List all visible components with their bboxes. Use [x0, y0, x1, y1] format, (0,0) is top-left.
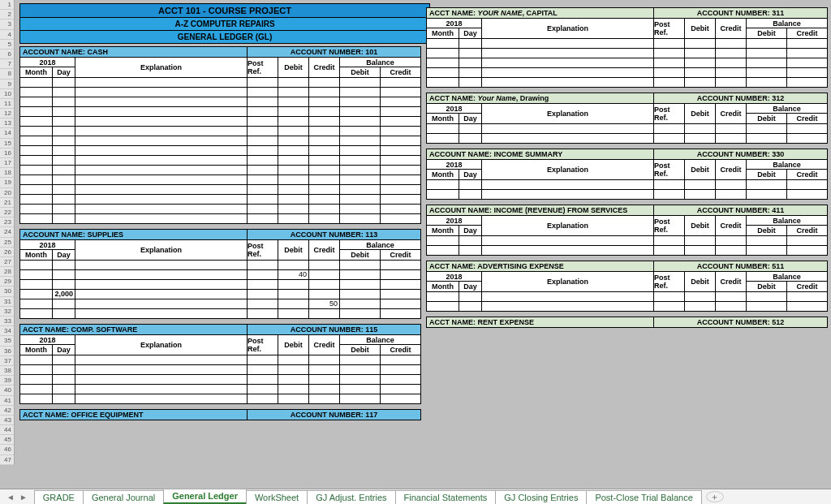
- row-number[interactable]: 30: [0, 286, 14, 296]
- ledger-row[interactable]: [427, 189, 827, 199]
- row-number[interactable]: 8: [0, 69, 14, 79]
- row-number[interactable]: 36: [0, 347, 14, 356]
- row-number[interactable]: 20: [0, 188, 14, 198]
- row-number[interactable]: 19: [0, 178, 14, 187]
- ledger-row[interactable]: [20, 204, 420, 213]
- row-number[interactable]: 16: [0, 149, 14, 158]
- row-number[interactable]: 42: [0, 406, 14, 416]
- sheet-tabs: GRADEGeneral JournalGeneral LedgerWorkSh…: [34, 489, 701, 504]
- ledger-row[interactable]: [20, 374, 420, 384]
- row-number[interactable]: 23: [0, 218, 14, 227]
- row-number[interactable]: 43: [0, 416, 14, 425]
- ledger-row[interactable]: 40: [20, 269, 420, 279]
- tab-nav-next-icon[interactable]: ►: [19, 493, 28, 502]
- row-number[interactable]: 41: [0, 396, 14, 406]
- row-number[interactable]: 21: [0, 198, 14, 208]
- ledger-row[interactable]: [20, 77, 420, 87]
- sheet-tab[interactable]: General Ledger: [163, 489, 247, 504]
- tab-nav-prev-icon[interactable]: ◄: [6, 493, 15, 502]
- row-number[interactable]: 5: [0, 40, 14, 50]
- row-number[interactable]: 28: [0, 267, 14, 277]
- ledger-row[interactable]: [20, 87, 420, 97]
- row-number[interactable]: 33: [0, 317, 14, 326]
- row-number[interactable]: 31: [0, 297, 14, 307]
- ledger-row[interactable]: [20, 260, 420, 269]
- row-number[interactable]: 3: [0, 19, 14, 29]
- row-number[interactable]: 11: [0, 99, 14, 109]
- ledger-row[interactable]: [20, 279, 420, 289]
- ledger-row[interactable]: [427, 301, 827, 311]
- row-number[interactable]: 47: [0, 455, 14, 465]
- add-sheet-button[interactable]: ＋: [706, 491, 724, 502]
- row-number[interactable]: 25: [0, 238, 14, 248]
- ledger-row[interactable]: [20, 394, 420, 403]
- sheet-tab[interactable]: GJ Adjust. Entries: [307, 490, 395, 504]
- ledger-row[interactable]: [427, 38, 827, 48]
- ledger-row[interactable]: [20, 145, 420, 155]
- row-number[interactable]: 46: [0, 445, 14, 454]
- row-number[interactable]: 29: [0, 277, 14, 286]
- ledger-row[interactable]: [427, 48, 827, 58]
- ledger-row[interactable]: [20, 155, 420, 165]
- sheet-tab[interactable]: GJ Closing Entries: [495, 490, 587, 504]
- ledger-row[interactable]: 50: [20, 299, 420, 308]
- row-number[interactable]: 1: [0, 0, 14, 10]
- sheet-tab[interactable]: Financial Statements: [395, 490, 497, 504]
- ledger-row[interactable]: [20, 136, 420, 145]
- row-number[interactable]: 13: [0, 118, 14, 128]
- row-number[interactable]: 32: [0, 307, 14, 317]
- ledger-row[interactable]: [427, 123, 827, 133]
- ledger-row[interactable]: [427, 291, 827, 301]
- ledger-row[interactable]: [427, 235, 827, 245]
- row-number[interactable]: 6: [0, 50, 14, 59]
- row-number[interactable]: 14: [0, 128, 14, 138]
- ledger-row[interactable]: [20, 194, 420, 204]
- row-number[interactable]: 22: [0, 208, 14, 218]
- ledger-row[interactable]: [20, 97, 420, 106]
- sheet-tab[interactable]: WorkSheet: [246, 490, 308, 504]
- row-number[interactable]: 37: [0, 356, 14, 366]
- ledger-row[interactable]: [427, 179, 827, 189]
- ledger-account: ACCT NAME: Your Name, DrawingACCOUNT NUM…: [426, 93, 828, 144]
- ledger-row[interactable]: [20, 184, 420, 194]
- row-number[interactable]: 45: [0, 435, 14, 445]
- row-number[interactable]: 38: [0, 366, 14, 376]
- row-number[interactable]: 44: [0, 425, 14, 435]
- row-number[interactable]: 7: [0, 59, 14, 69]
- ledger-row[interactable]: [427, 77, 827, 87]
- ledger-row[interactable]: [20, 308, 420, 318]
- row-number[interactable]: 27: [0, 257, 14, 267]
- ledger-row[interactable]: [20, 355, 420, 364]
- ledger-row[interactable]: [427, 133, 827, 143]
- row-number[interactable]: 12: [0, 109, 14, 118]
- ledger-row[interactable]: [20, 213, 420, 223]
- ledger-row[interactable]: [427, 245, 827, 255]
- ledger-row[interactable]: [20, 106, 420, 116]
- row-number[interactable]: 24: [0, 227, 14, 237]
- row-number[interactable]: 40: [0, 386, 14, 395]
- row-number[interactable]: 9: [0, 80, 14, 89]
- ledger-row[interactable]: [427, 58, 827, 67]
- row-number[interactable]: 34: [0, 326, 14, 336]
- ledger-row[interactable]: [20, 126, 420, 136]
- ledger-row[interactable]: [20, 364, 420, 374]
- row-number[interactable]: 39: [0, 376, 14, 386]
- row-number[interactable]: 26: [0, 248, 14, 257]
- sheet-tab[interactable]: GRADE: [34, 490, 84, 504]
- sheet-tab[interactable]: General Journal: [83, 490, 164, 504]
- ledger-row[interactable]: [20, 384, 420, 394]
- ledger-row[interactable]: [427, 67, 827, 77]
- row-number[interactable]: 35: [0, 336, 14, 346]
- row-number[interactable]: 2: [0, 10, 14, 19]
- row-number[interactable]: 4: [0, 30, 14, 40]
- ledger-row[interactable]: [20, 116, 420, 126]
- row-number[interactable]: 17: [0, 158, 14, 168]
- ledger-row[interactable]: [20, 174, 420, 184]
- ledger-row[interactable]: [20, 165, 420, 174]
- row-number[interactable]: 10: [0, 89, 14, 99]
- ledger-row[interactable]: 2,000: [20, 289, 420, 299]
- row-number[interactable]: 15: [0, 139, 14, 149]
- sheet-tab[interactable]: Post-Close Trial Balance: [586, 490, 701, 504]
- title-line-2: A-Z COMPUTER REPAIRS: [20, 18, 429, 31]
- row-number[interactable]: 18: [0, 168, 14, 178]
